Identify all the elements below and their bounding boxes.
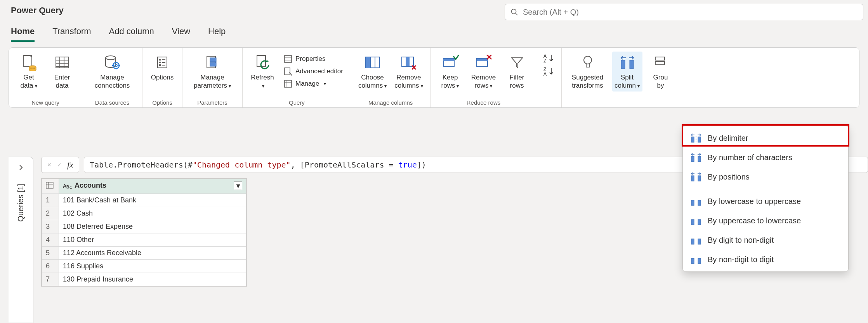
remove-columns-button[interactable]: Remove columns▾ bbox=[392, 52, 425, 92]
svg-rect-81 bbox=[698, 258, 701, 264]
table-row[interactable]: 1101 Bank/Cash at Bank bbox=[42, 193, 247, 207]
expand-queries-button[interactable] bbox=[16, 162, 26, 174]
advanced-editor-icon bbox=[284, 67, 292, 76]
menu-non-digit[interactable]: By non-digit to digit bbox=[683, 250, 848, 269]
svg-rect-58 bbox=[630, 60, 634, 69]
table-corner-icon[interactable] bbox=[42, 179, 59, 194]
svg-rect-61 bbox=[46, 182, 53, 188]
options-icon bbox=[155, 53, 169, 72]
queries-pane: Queries [1] bbox=[9, 157, 33, 323]
suggested-transforms-button[interactable]: Suggested transforms bbox=[566, 52, 609, 92]
enter-data-icon bbox=[54, 53, 70, 72]
remove-columns-icon bbox=[400, 53, 417, 72]
split-icon bbox=[691, 254, 701, 264]
remove-rows-button[interactable]: Remove rows▾ bbox=[469, 52, 499, 92]
svg-rect-28 bbox=[210, 62, 216, 66]
svg-rect-77 bbox=[698, 219, 701, 225]
parameters-icon bbox=[205, 53, 220, 72]
manage-button[interactable]: Manage▾ bbox=[281, 78, 346, 90]
column-filter-button[interactable]: ▾ bbox=[234, 181, 242, 190]
svg-rect-67 bbox=[691, 137, 694, 142]
properties-button[interactable]: Properties bbox=[281, 53, 346, 65]
group-label-reduce-rows: Reduce rows bbox=[435, 98, 532, 106]
group-by-button[interactable]: Grou by bbox=[646, 52, 676, 92]
accept-formula-icon[interactable]: ✓ bbox=[57, 162, 62, 168]
column-header-accounts[interactable]: ABC Accounts ▾ bbox=[59, 179, 247, 194]
fx-icon[interactable]: fx bbox=[67, 160, 73, 170]
svg-rect-46 bbox=[443, 59, 454, 61]
svg-text:A: A bbox=[543, 71, 547, 76]
table-row[interactable]: 7130 Prepaid Insurance bbox=[42, 273, 247, 286]
choose-columns-button[interactable]: Choose columns▾ bbox=[356, 52, 389, 92]
properties-icon bbox=[284, 55, 292, 63]
split-column-button[interactable]: Split column▾ bbox=[612, 52, 642, 92]
advanced-editor-button[interactable]: Advanced editor bbox=[281, 66, 346, 77]
svg-point-0 bbox=[512, 9, 516, 14]
split-column-menu: By delimiter By number of characters By … bbox=[682, 126, 849, 272]
table-row[interactable]: 5112 Accounts Receivable bbox=[42, 246, 247, 259]
search-box[interactable] bbox=[505, 4, 863, 20]
group-label-parameters: Parameters bbox=[187, 98, 238, 106]
get-data-icon bbox=[21, 53, 36, 72]
svg-rect-74 bbox=[691, 200, 694, 206]
manage-parameters-button[interactable]: Manage parameters▾ bbox=[187, 52, 238, 92]
menu-digit-non[interactable]: By digit to non-digit bbox=[683, 230, 848, 250]
search-input[interactable] bbox=[523, 8, 858, 17]
svg-rect-60 bbox=[655, 62, 665, 65]
refresh-icon bbox=[255, 53, 270, 72]
tab-transform[interactable]: Transform bbox=[52, 26, 91, 42]
refresh-button[interactable]: Refresh▾ bbox=[247, 52, 278, 92]
svg-point-12 bbox=[106, 56, 116, 60]
sort-desc-button[interactable]: ZA bbox=[542, 65, 557, 77]
svg-rect-33 bbox=[285, 68, 290, 75]
keep-rows-button[interactable]: Keep rows▾ bbox=[435, 52, 465, 92]
split-icon bbox=[691, 172, 701, 182]
menu-lower-upper[interactable]: By lowercase to uppercase bbox=[683, 192, 848, 211]
menu-by-positions[interactable]: By positions bbox=[683, 167, 848, 187]
svg-rect-68 bbox=[698, 137, 701, 142]
table-row[interactable]: 6116 Supplies bbox=[42, 259, 247, 273]
keep-rows-icon bbox=[442, 53, 459, 72]
choose-columns-icon bbox=[364, 53, 381, 72]
queries-label: Queries [1] bbox=[16, 184, 25, 222]
group-by-icon bbox=[654, 53, 668, 72]
chevron-right-icon bbox=[17, 164, 24, 171]
search-icon bbox=[510, 8, 518, 16]
svg-text:C: C bbox=[69, 186, 72, 189]
table-row[interactable]: 2102 Cash bbox=[42, 207, 247, 220]
split-icon bbox=[691, 133, 701, 143]
svg-rect-78 bbox=[691, 239, 694, 244]
tab-help[interactable]: Help bbox=[208, 26, 226, 42]
svg-rect-76 bbox=[691, 219, 694, 225]
get-data-button[interactable]: Get data▾ bbox=[14, 52, 44, 92]
cancel-formula-icon[interactable]: ✕ bbox=[47, 162, 52, 168]
split-icon bbox=[691, 152, 701, 162]
tab-view[interactable]: View bbox=[172, 26, 190, 42]
menu-by-num-chars[interactable]: By number of characters bbox=[683, 148, 848, 167]
enter-data-button[interactable]: Enter data bbox=[47, 52, 77, 92]
svg-rect-38 bbox=[366, 57, 370, 68]
manage-connections-button[interactable]: Manage connections bbox=[87, 52, 137, 92]
table-row[interactable]: 4110 Other bbox=[42, 233, 247, 246]
svg-rect-30 bbox=[285, 55, 292, 62]
svg-point-5 bbox=[29, 68, 36, 71]
svg-text:B: B bbox=[66, 185, 69, 189]
menu-upper-lower[interactable]: By uppercase to lowercase bbox=[683, 211, 848, 230]
svg-rect-80 bbox=[691, 258, 694, 264]
svg-rect-56 bbox=[586, 64, 589, 67]
group-label-data-sources: Data sources bbox=[87, 98, 137, 106]
filter-rows-button[interactable]: Filter rows bbox=[502, 52, 532, 92]
ribbon: Get data▾ Enter data New query Manage co… bbox=[9, 47, 859, 108]
tab-add-column[interactable]: Add column bbox=[109, 26, 154, 42]
svg-rect-70 bbox=[691, 156, 694, 162]
manage-icon bbox=[284, 79, 292, 88]
menu-by-delimiter[interactable]: By delimiter bbox=[683, 128, 848, 148]
options-button[interactable]: Options bbox=[147, 52, 177, 83]
svg-rect-73 bbox=[698, 176, 701, 181]
table-row[interactable]: 3108 Deferred Expense bbox=[42, 220, 247, 233]
svg-rect-72 bbox=[691, 176, 694, 181]
split-column-icon bbox=[619, 53, 636, 72]
group-label-query: Query bbox=[247, 98, 346, 106]
sort-asc-button[interactable]: AZ bbox=[542, 52, 557, 64]
tab-home[interactable]: Home bbox=[11, 26, 35, 42]
